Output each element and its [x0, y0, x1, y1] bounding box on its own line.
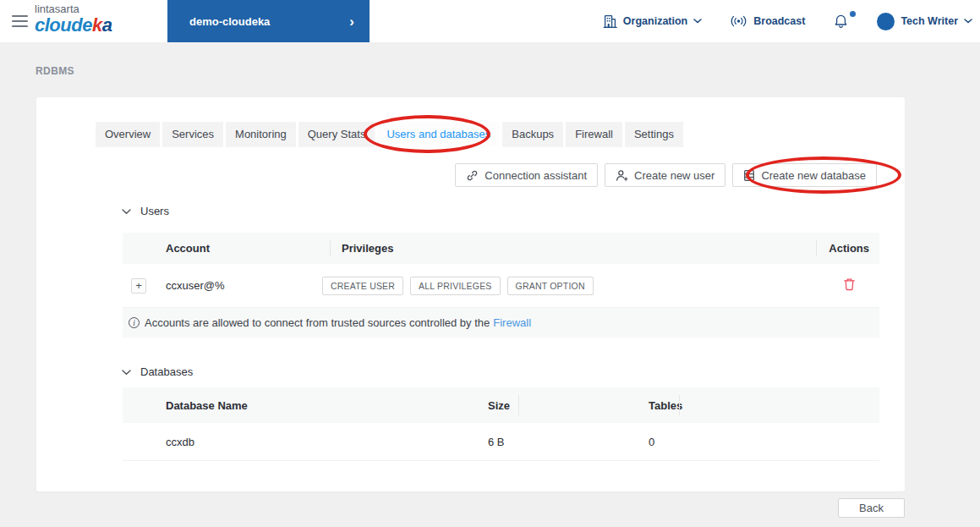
notification-badge [850, 11, 856, 17]
account-column-header: Account [166, 242, 342, 255]
tab-settings[interactable]: Settings [625, 122, 683, 147]
chevron-down-icon [122, 365, 131, 378]
broadcast-label: Broadcast [753, 15, 805, 27]
logo-brand-blue: cloude [35, 14, 92, 36]
tab-users-and-databases[interactable]: Users and databases [377, 122, 500, 147]
user-row: + ccxuser@% CREATE USER ALL PRIVILEGES G… [123, 264, 879, 308]
create-new-user-label: Create new user [634, 169, 714, 182]
logo-lintasarta-text: lintasarta [35, 3, 112, 15]
bell-icon [833, 14, 849, 30]
notifications-button[interactable] [833, 14, 849, 30]
privileges-cell: CREATE USER ALL PRIVILEGES GRANT OPTION [322, 277, 594, 295]
logo-cloudeka-text: cloudeka [35, 15, 112, 35]
menu-icon[interactable] [12, 15, 28, 27]
user-add-icon [616, 169, 628, 182]
tab-monitoring[interactable]: Monitoring [226, 122, 296, 147]
organization-icon [603, 14, 617, 29]
privilege-chip: CREATE USER [322, 277, 403, 295]
logo[interactable]: lintasarta cloudeka [35, 3, 112, 35]
project-name: demo-cloudeka [189, 15, 270, 28]
database-name-cell: ccxdb [123, 436, 488, 448]
delete-user-button[interactable] [841, 276, 857, 295]
project-selector[interactable]: demo-cloudeka › [167, 0, 370, 42]
databases-table-header: Database Name Size Tables [123, 387, 879, 423]
broadcast-button[interactable]: Broadcast [730, 15, 805, 27]
header-divider [679, 395, 680, 415]
chevron-right-icon: › [349, 14, 354, 29]
broadcast-icon [730, 15, 747, 27]
user-menu[interactable]: Tech Writer [877, 13, 972, 30]
databases-section-toggle[interactable]: Databases [122, 365, 193, 378]
users-table-header: Account Privileges Actions [123, 233, 879, 264]
content-card: Overview Services Monitoring Query Stats… [36, 97, 905, 491]
database-name-column-header: Database Name [123, 399, 488, 412]
header-divider [518, 395, 519, 415]
database-icon [743, 169, 755, 182]
tab-backups[interactable]: Backups [502, 122, 563, 147]
privileges-column-header: Privileges [342, 242, 816, 255]
databases-table: Database Name Size Tables ccxdb 6 B 0 [123, 387, 879, 461]
tab-services[interactable]: Services [162, 122, 223, 147]
connection-assistant-button[interactable]: Connection assistant [455, 163, 598, 187]
connection-icon [466, 169, 479, 182]
size-cell: 6 B [488, 436, 649, 448]
privilege-chip: ALL PRIVILEGES [410, 277, 500, 295]
databases-section-title: Databases [140, 365, 193, 378]
create-new-database-button[interactable]: Create new database [732, 163, 877, 187]
tab-query-stats[interactable]: Query Stats [298, 122, 375, 147]
users-section-toggle[interactable]: Users [122, 205, 169, 217]
tab-bar: Overview Services Monitoring Query Stats… [96, 122, 683, 147]
organization-label: Organization [623, 15, 687, 27]
toolbar: Connection assistant Create new user [455, 163, 877, 187]
users-table: Account Privileges Actions + ccxuser@% C… [123, 233, 879, 338]
info-icon: i [129, 317, 140, 328]
connection-assistant-label: Connection assistant [485, 169, 587, 182]
top-nav: Organization Broadcast [603, 0, 972, 42]
create-new-user-button[interactable]: Create new user [605, 163, 725, 187]
tab-firewall[interactable]: Firewall [566, 122, 622, 147]
size-column-header: Size [488, 399, 649, 412]
trash-icon [843, 277, 856, 294]
actions-column-header: Actions [816, 242, 879, 255]
chevron-down-icon [964, 19, 972, 24]
back-button[interactable]: Back [838, 498, 905, 518]
logo-brand-red: k [92, 14, 102, 36]
firewall-note-text: Accounts are allowed to connect from tru… [145, 316, 490, 329]
firewall-link[interactable]: Firewall [493, 316, 531, 329]
tables-column-header: Tables [649, 399, 879, 412]
chevron-down-icon [693, 19, 702, 24]
chevron-down-icon [122, 205, 131, 217]
tables-cell: 0 [649, 436, 879, 448]
logo-brand-dark: a [102, 14, 112, 36]
header-divider [330, 240, 331, 256]
account-cell: ccxuser@% [146, 279, 322, 292]
database-row: ccxdb 6 B 0 [123, 423, 879, 461]
avatar [877, 13, 895, 30]
breadcrumb: RDBMS [36, 65, 74, 77]
expand-row-button[interactable]: + [131, 278, 146, 294]
firewall-note: i Accounts are allowed to connect from t… [123, 308, 879, 338]
tab-overview[interactable]: Overview [96, 122, 160, 147]
privilege-chip: GRANT OPTION [507, 277, 594, 295]
organization-menu[interactable]: Organization [603, 14, 702, 29]
user-name-label: Tech Writer [901, 15, 958, 27]
create-new-database-label: Create new database [761, 169, 866, 182]
top-bar: lintasarta cloudeka demo-cloudeka › Orga… [0, 0, 980, 42]
header-divider [816, 240, 817, 256]
users-section-title: Users [140, 205, 169, 217]
